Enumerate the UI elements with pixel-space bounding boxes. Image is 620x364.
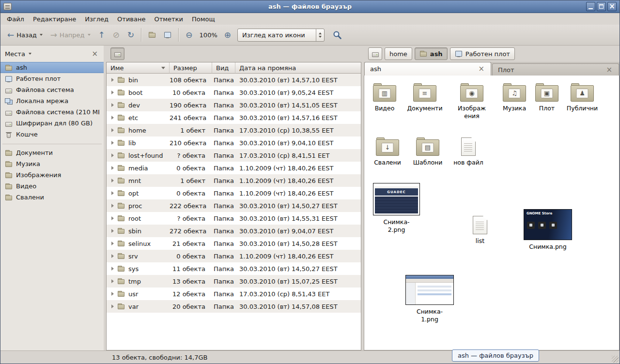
sidebar-item[interactable]: ash [0, 62, 104, 73]
icon-templates-folder[interactable]: ▤ Шаблони [409, 137, 446, 167]
pathbar-root-button[interactable] [368, 47, 382, 60]
expander-icon[interactable] [111, 254, 114, 258]
expander-icon[interactable] [111, 242, 114, 245]
maximize-button[interactable] [597, 2, 606, 11]
tab-ash[interactable]: ash × [364, 62, 491, 76]
expander-icon[interactable] [111, 304, 114, 308]
expander-icon[interactable] [111, 216, 114, 220]
zoom-out-button[interactable]: ⊖ [182, 28, 196, 42]
icon-list-file[interactable]: list [462, 216, 498, 245]
sidebar-close-button[interactable]: × [90, 50, 99, 57]
expander-icon[interactable] [111, 179, 114, 182]
menu-item[interactable]: Редактиране [29, 14, 80, 24]
table-row[interactable]: srv 0 обекта Папка 1.10.2009 (чт) 18,40,… [107, 250, 361, 262]
sidebar-item[interactable]: Изображения [0, 169, 104, 181]
menu-item[interactable]: Отиване [113, 14, 150, 24]
expander-icon[interactable] [111, 91, 114, 94]
search-button[interactable] [330, 28, 344, 42]
spinner-arrows-icon[interactable] [316, 29, 324, 41]
table-row[interactable]: usr 12 обекта Папка 17.03.2010 (ср) 8,51… [107, 288, 361, 300]
expander-icon[interactable] [111, 229, 114, 233]
menu-item[interactable]: Изглед [80, 14, 113, 24]
expander-icon[interactable] [111, 128, 114, 132]
table-row[interactable]: media 0 обекта Папка 1.10.2009 (чт) 18,4… [107, 162, 361, 174]
sidebar-item[interactable]: Файлова система (210 MB) [0, 106, 104, 118]
icon-desktop-folder[interactable]: ▣ Плот [528, 83, 565, 112]
view-mode-select[interactable]: Изглед като икони [237, 29, 325, 42]
table-row[interactable]: boot 10 обекта Папка 30.03.2010 (вт) 9,0… [107, 86, 361, 99]
sidebar-item[interactable]: Документи [0, 147, 104, 158]
sidebar-item[interactable]: Видео [0, 181, 104, 192]
stop-button[interactable]: ⊘ [109, 28, 123, 42]
icon-snimka-1-image[interactable]: Снимка-1.png [405, 275, 454, 323]
path-button-ash[interactable]: ash [415, 47, 448, 60]
column-header-date[interactable]: Дата на промяна [235, 62, 361, 74]
icon-downloads-folder[interactable]: ↓ Свалени [369, 137, 406, 167]
resize-grip[interactable] [612, 356, 619, 363]
expander-icon[interactable] [111, 116, 114, 120]
table-row[interactable]: root ? обекта Папка 30.03.2010 (вт) 14,5… [107, 212, 361, 225]
icon-documents-folder[interactable]: ≡ Документи [406, 83, 443, 112]
icon-snimka-2-image[interactable]: GUADEC Снимка-2.png [373, 183, 420, 233]
table-row[interactable]: var 20 обекта Папка 30.03.2010 (вт) 14,5… [107, 300, 361, 313]
table-row[interactable]: mnt 1 обект Папка 1.10.2009 (чт) 18,40,2… [107, 174, 361, 187]
table-row[interactable]: selinux 21 обекта Папка 30.03.2010 (вт) … [107, 237, 361, 250]
column-header-size[interactable]: Размер [170, 62, 212, 74]
tab-plot[interactable]: Плот × [492, 63, 619, 76]
icon-new-file[interactable]: нов файл [450, 137, 487, 167]
computer-button[interactable] [160, 28, 175, 42]
icon-pictures-folder[interactable]: ◉ Изображения [453, 83, 490, 120]
table-row[interactable]: proc 222 обекта Папка 30.03.2010 (вт) 14… [107, 199, 361, 212]
column-header-name[interactable]: Име [107, 62, 170, 74]
back-button[interactable]: ← Назад [4, 28, 46, 42]
close-button[interactable] [607, 2, 617, 11]
icon-view[interactable]: ▥ Видео ≡ Документи ◉ Изображения ♫ Музи… [364, 76, 620, 350]
menu-item[interactable]: Файл [2, 14, 29, 24]
expander-icon[interactable] [111, 141, 114, 145]
menu-item[interactable]: Помощ [187, 14, 219, 24]
filesystem-root-button[interactable] [110, 47, 124, 60]
expander-icon[interactable] [111, 103, 114, 107]
table-row[interactable]: lost+found ? обекта Папка 17.03.2010 (ср… [107, 149, 361, 162]
table-row[interactable]: dev 190 обекта Папка 30.03.2010 (вт) 14,… [107, 99, 361, 111]
path-button-home[interactable]: home [385, 47, 412, 60]
table-row[interactable]: tmp 13 обекта Папка 30.03.2010 (вт) 15,0… [107, 275, 361, 288]
table-row[interactable]: opt 0 обекта Папка 1.10.2009 (чт) 18,40,… [107, 187, 361, 199]
table-row[interactable]: sys 11 обекта Папка 30.03.2010 (вт) 14,5… [107, 262, 361, 275]
sidebar-item[interactable]: Шифриран дял (80 GB) [0, 118, 104, 129]
minimize-button[interactable] [586, 2, 595, 11]
forward-button[interactable]: → Напред [47, 28, 94, 42]
expander-icon[interactable] [111, 279, 114, 283]
up-button[interactable]: ↑ [95, 28, 108, 42]
sidebar-item[interactable]: Файлова система [0, 84, 104, 95]
sidebar-item[interactable]: Кошче [0, 129, 104, 140]
expander-icon[interactable] [111, 191, 114, 195]
expander-icon[interactable] [111, 78, 114, 82]
expander-icon[interactable] [111, 153, 114, 157]
zoom-in-button[interactable]: ⊕ [221, 28, 234, 42]
icon-public-folder[interactable]: ♟ Публични [564, 83, 601, 112]
home-button[interactable] [145, 28, 159, 42]
table-row[interactable]: sbin 272 обекта Папка 30.03.2010 (вт) 9,… [107, 225, 361, 237]
table-row[interactable]: lib 210 обекта Папка 30.03.2010 (вт) 9,0… [107, 136, 361, 149]
back-history-caret-icon[interactable] [40, 34, 43, 36]
sidebar-item[interactable]: Музика [0, 158, 104, 169]
expander-icon[interactable] [111, 166, 114, 170]
tab-close-icon[interactable]: × [605, 67, 613, 73]
table-row[interactable]: home 1 обект Папка 17.03.2010 (ср) 10,38… [107, 124, 361, 136]
expander-icon[interactable] [111, 204, 114, 208]
icon-video-folder[interactable]: ▥ Видео [366, 83, 403, 112]
table-row[interactable]: etc 241 обекта Папка 30.03.2010 (вт) 14,… [107, 111, 361, 124]
expander-icon[interactable] [111, 292, 114, 296]
menu-item[interactable]: Отметки [150, 14, 187, 24]
column-header-type[interactable]: Вид [212, 62, 235, 74]
sidebar-title-select[interactable]: Места [5, 50, 25, 58]
expander-icon[interactable] [111, 267, 114, 271]
reload-button[interactable]: ↻ [124, 28, 138, 42]
table-row[interactable]: bin 108 обекта Папка 30.03.2010 (вт) 14,… [107, 74, 361, 86]
icon-music-folder[interactable]: ♫ Музика [496, 83, 533, 112]
sidebar-item[interactable]: Свалени [0, 192, 104, 203]
icon-snimka-image[interactable]: GNOME Store Снимка.png [524, 209, 572, 251]
tab-close-icon[interactable]: × [477, 66, 485, 72]
path-button-desktop[interactable]: Работен плот [450, 47, 515, 60]
